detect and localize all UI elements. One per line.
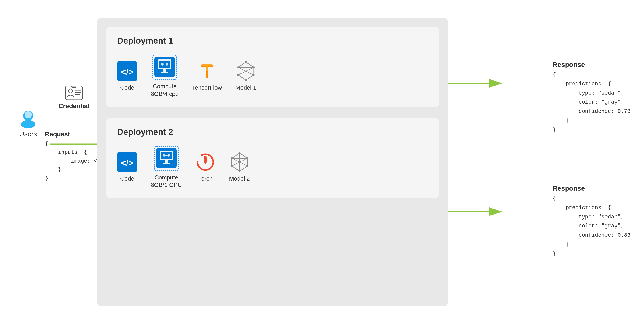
code-label-dep1: Code xyxy=(120,84,134,92)
svg-rect-49 xyxy=(162,163,170,164)
compute-icon-dep2 xyxy=(156,148,176,168)
svg-point-66 xyxy=(231,158,232,159)
user-icon xyxy=(18,108,38,128)
svg-point-51 xyxy=(163,154,166,157)
svg-point-43 xyxy=(237,66,239,68)
svg-rect-48 xyxy=(165,160,168,163)
deployments-container: Deployment 1 </> Code xyxy=(97,18,448,306)
model-icon-dep1 xyxy=(236,61,256,81)
credential-section: Credential xyxy=(58,86,90,110)
code-icon-dep2: </> xyxy=(117,152,137,172)
svg-text:</>: </> xyxy=(121,158,134,168)
svg-point-39 xyxy=(253,66,255,68)
diagram-container: Users Credential Request { inputs: { ima… xyxy=(0,0,644,322)
svg-rect-5 xyxy=(65,86,82,100)
model-icon-dep2 xyxy=(230,152,250,172)
svg-rect-21 xyxy=(163,69,166,72)
compute-label-dep2: Compute8GB/1 GPU xyxy=(151,174,182,189)
svg-point-42 xyxy=(237,74,239,76)
credential-label: Credential xyxy=(58,102,90,110)
svg-point-25 xyxy=(166,63,168,66)
svg-point-6 xyxy=(68,89,72,93)
deployment-1-box: Deployment 1 </> Code xyxy=(106,27,439,107)
svg-point-40 xyxy=(253,74,255,76)
response-1-label: Response xyxy=(552,61,630,68)
deployment-2-title: Deployment 2 xyxy=(117,127,428,137)
svg-text:</>: </> xyxy=(121,67,134,77)
tensorflow-label: TensorFlow xyxy=(192,84,222,92)
svg-point-62 xyxy=(246,158,248,159)
svg-rect-10 xyxy=(72,86,76,87)
compute-label-dep1: Compute8GB/4 cpu xyxy=(151,83,178,98)
svg-point-61 xyxy=(239,152,240,154)
model-label-dep2: Model 2 xyxy=(229,175,250,182)
compute-wrapper-dep1 xyxy=(152,55,177,80)
response-1-code: { predictions: { type: "sedan", color: "… xyxy=(552,70,630,135)
svg-point-24 xyxy=(161,63,164,66)
deployment-1-model-item: Model 1 xyxy=(236,61,256,92)
torch-icon xyxy=(195,152,216,172)
deployment-2-code-item: </> Code xyxy=(117,152,137,182)
svg-point-64 xyxy=(239,170,240,172)
user-section: Users xyxy=(18,108,38,138)
deployment-2-torch-item: Torch xyxy=(195,152,216,182)
deployment-1-compute-item: Compute8GB/4 cpu xyxy=(151,55,178,98)
deployment-1-tensorflow-item: TensorFlow xyxy=(192,61,222,92)
svg-rect-22 xyxy=(161,72,168,73)
svg-point-63 xyxy=(246,165,248,167)
svg-point-41 xyxy=(245,79,247,81)
svg-rect-31 xyxy=(206,64,208,71)
deployment-2-icons-row: </> Code xyxy=(117,146,428,189)
user-label: Users xyxy=(19,130,37,138)
credential-icon xyxy=(65,86,83,100)
response-1-section: Response { predictions: { type: "sedan",… xyxy=(552,61,630,135)
deployment-2-model-item: Model 2 xyxy=(229,152,250,182)
torch-label: Torch xyxy=(198,175,212,182)
code-icon-dep1: </> xyxy=(117,61,137,81)
deployment-2-box: Deployment 2 </> Code xyxy=(106,118,439,198)
model-label-dep1: Model 1 xyxy=(236,84,256,92)
svg-point-2 xyxy=(21,120,35,128)
compute-icon-dep1 xyxy=(154,57,175,77)
svg-point-4 xyxy=(24,111,32,118)
code-label-dep2: Code xyxy=(120,175,134,182)
response-2-label: Response xyxy=(552,185,630,192)
tensorflow-icon xyxy=(197,61,217,81)
svg-point-52 xyxy=(167,154,170,157)
response-2-code: { predictions: { type: "sedan", color: "… xyxy=(552,194,630,258)
response-2-section: Response { predictions: { type: "sedan",… xyxy=(552,185,630,258)
compute-wrapper-dep2 xyxy=(154,146,178,171)
deployment-1-title: Deployment 1 xyxy=(117,36,428,46)
deployment-1-code-item: </> Code xyxy=(117,61,137,92)
deployment-2-compute-item: Compute8GB/1 GPU xyxy=(151,146,182,189)
svg-point-65 xyxy=(231,165,232,167)
deployment-1-icons-row: </> Code xyxy=(117,55,428,98)
svg-point-38 xyxy=(245,61,247,63)
